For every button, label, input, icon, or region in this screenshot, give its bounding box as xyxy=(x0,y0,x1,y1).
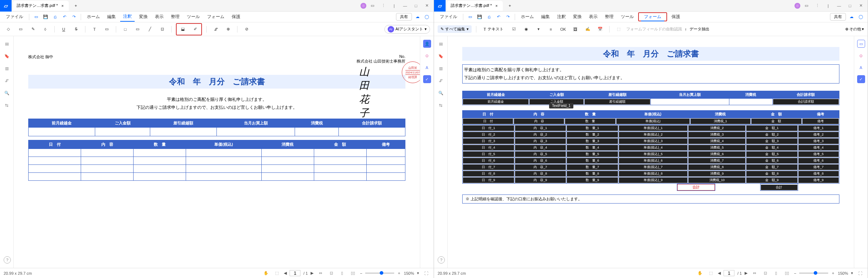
pencil-icon[interactable]: ✎ xyxy=(28,25,38,34)
menu-tools[interactable]: ツール xyxy=(618,12,637,21)
close-button[interactable]: ✕ xyxy=(856,1,865,10)
ai-chat-icon[interactable]: ⊙ xyxy=(857,51,865,60)
form-field[interactable]: 内 容_2 xyxy=(515,132,566,138)
ai-assistant-button[interactable]: AI AIアシスタント ▾ xyxy=(384,25,430,34)
more-tools-button[interactable]: ⊕その他▾ xyxy=(845,26,864,32)
form-field[interactable]: 備考_7 xyxy=(798,164,839,170)
chevron-down-icon[interactable]: ▾ xyxy=(417,271,419,275)
open-icon[interactable]: ▭ xyxy=(32,13,40,21)
menu-form[interactable]: フォーム xyxy=(204,12,227,21)
menu-protect[interactable]: 保護 xyxy=(669,12,683,21)
form-field[interactable]: 数 量_7 xyxy=(566,164,618,170)
form-field[interactable]: 備考_9 xyxy=(798,177,839,183)
data-extract-label[interactable]: データ抽出 xyxy=(690,26,709,32)
radio-icon[interactable]: ◉ xyxy=(522,25,531,34)
form-field[interactable]: 日 付_9 xyxy=(463,177,514,183)
form-field[interactable]: 内 容_7 xyxy=(515,164,566,170)
zoom-in-icon[interactable]: ＋ xyxy=(397,270,401,276)
menu-home[interactable]: ホーム xyxy=(518,12,537,21)
menu-convert[interactable]: 変換 xyxy=(570,12,585,21)
close-button[interactable]: ✕ xyxy=(422,1,431,10)
translate-icon[interactable]: A xyxy=(857,64,865,72)
attachment-icon[interactable]: 🖇 xyxy=(3,77,11,85)
hide-icon[interactable]: ⊘ xyxy=(242,25,251,34)
bookmark-icon[interactable]: 🔖 xyxy=(437,52,445,60)
file-menu[interactable]: ファイル xyxy=(437,12,460,21)
more-icon[interactable]: ▭ xyxy=(802,1,811,10)
form-field[interactable]: 日 付_7 xyxy=(463,164,514,170)
form-field[interactable]: 内 容_8 xyxy=(515,171,566,177)
oval-icon[interactable]: ▭ xyxy=(133,25,142,34)
form-field[interactable]: 金 額_9 xyxy=(746,177,798,183)
close-icon[interactable]: × xyxy=(494,3,499,8)
hand-icon[interactable]: ✋ xyxy=(696,269,704,277)
form-field[interactable]: 単価(税込)_2 xyxy=(619,132,688,138)
dropdown-icon[interactable]: ▾ xyxy=(534,25,543,34)
form-field[interactable]: 消費税_4 xyxy=(688,138,746,144)
form-field[interactable]: 単価(税込)_4 xyxy=(619,145,688,151)
form-field[interactable]: 備考_5 xyxy=(798,151,839,157)
form-field[interactable]: 金 額_7 xyxy=(746,164,798,170)
form-field[interactable]: 消費税_5 xyxy=(688,145,746,151)
zoom-out-icon[interactable]: − xyxy=(794,271,796,275)
menu-organize[interactable]: 整理 xyxy=(168,12,182,21)
account-badge-icon[interactable] xyxy=(361,3,366,9)
document-canvas[interactable]: 令和 年 月分 ご請求書 平素は格別のご高配を賜り厚く御礼申し上げます。 下記の… xyxy=(448,36,854,268)
file-menu[interactable]: ファイル xyxy=(3,12,26,21)
zoom-in-icon[interactable]: ＋ xyxy=(831,270,835,276)
form-field[interactable]: 備考_2 xyxy=(798,132,839,138)
minimize-button[interactable]: — xyxy=(400,1,410,10)
form-field[interactable]: 日 付_1 xyxy=(463,125,514,131)
form-field[interactable]: 金 額_6 xyxy=(746,158,798,164)
form-field[interactable]: 日 付_8 xyxy=(463,171,514,177)
line-icon[interactable]: ╱ xyxy=(145,25,155,34)
chevron-down-icon[interactable]: ▾ xyxy=(851,271,853,275)
document-tab[interactable]: 請求書テン…求書.pdf * × xyxy=(13,1,69,11)
zoom-slider[interactable] xyxy=(365,273,394,274)
maximize-button[interactable]: □ xyxy=(845,1,855,10)
form-field[interactable]: 単価(税込)_5 xyxy=(619,151,688,157)
auto-recognize-label[interactable]: フォームフィールドの自動認識 xyxy=(626,26,682,32)
attach-icon[interactable]: 🖇 xyxy=(211,25,220,34)
print-icon[interactable]: ⎙ xyxy=(485,13,493,21)
rectangle-icon[interactable]: □ xyxy=(121,25,130,34)
menu-home[interactable]: ホーム xyxy=(84,12,103,21)
menu-comment[interactable]: 注釈 xyxy=(120,12,135,22)
page-input[interactable] xyxy=(290,270,300,276)
form-field[interactable]: 消費税_2 xyxy=(688,125,746,131)
form-field[interactable]: 金 額_5 xyxy=(746,151,798,157)
total-field[interactable]: 合計 xyxy=(760,184,798,191)
form-field[interactable]: 日 付_2 xyxy=(463,132,514,138)
form-field[interactable]: 消費税_7 xyxy=(688,158,746,164)
form-field[interactable]: 備考_6 xyxy=(798,158,839,164)
form-field[interactable]: 日 付_6 xyxy=(463,158,514,164)
form-field[interactable]: 内 容_1 xyxy=(515,125,566,131)
form-field[interactable]: 差引繰越額 xyxy=(584,99,650,105)
form-field[interactable]: 数 量_1 xyxy=(566,125,618,131)
ai-chat-icon[interactable]: ⊙ xyxy=(423,51,431,60)
form-field[interactable]: 消費税_8 xyxy=(688,164,746,170)
data-extract-icon[interactable]: ↑ xyxy=(685,27,687,31)
highlight-icon[interactable]: ▭ xyxy=(16,25,25,34)
form-field[interactable]: 単価(税込)_3 xyxy=(619,138,688,144)
menu-view[interactable]: 表示 xyxy=(152,12,167,21)
kebab-icon[interactable]: ⋮ xyxy=(379,1,388,10)
layers-icon[interactable]: ▥ xyxy=(437,64,445,72)
auto-recognize-icon[interactable]: ⬚ xyxy=(614,25,623,34)
signature-icon[interactable]: ✐ xyxy=(190,25,200,34)
menu-protect[interactable]: 保護 xyxy=(229,12,243,21)
avatar-icon[interactable]: 👤 xyxy=(423,40,431,48)
share-button[interactable]: 共有 xyxy=(396,13,412,21)
next-page-icon[interactable]: ▶ xyxy=(311,271,313,275)
redo-icon[interactable]: ↷ xyxy=(70,13,78,21)
form-field[interactable]: 数 量_2 xyxy=(566,132,618,138)
search-icon[interactable]: 🔍 xyxy=(3,89,11,97)
form-field[interactable]: 単価(税込)_1 xyxy=(619,125,688,131)
textbox-icon[interactable]: T xyxy=(90,25,99,34)
bell-icon[interactable]: ◯ xyxy=(423,13,431,21)
form-field[interactable]: 数 量_3 xyxy=(566,138,618,144)
next-page-icon[interactable]: ▶ xyxy=(745,271,747,275)
strikethrough-icon[interactable]: S̶ xyxy=(71,25,81,34)
form-field[interactable]: 消費税_6 xyxy=(688,151,746,157)
form-field[interactable]: 単価(税込)_7 xyxy=(619,164,688,170)
